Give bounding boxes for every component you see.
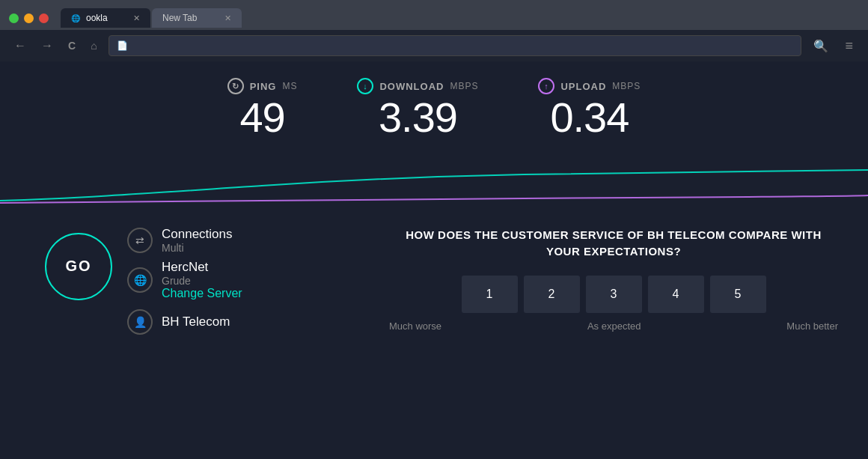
download-value: 3.39 xyxy=(379,94,457,141)
yellow-control[interactable] xyxy=(24,13,34,23)
tab-newtab[interactable]: New Tab ✕ xyxy=(152,8,242,28)
upload-icon: ↑ xyxy=(538,78,554,94)
server-info: ⇄ Connections Multi 🌐 HercNet Grude Chan… xyxy=(127,227,242,335)
tab-close[interactable]: ✕ xyxy=(133,13,140,23)
isp-label: BH Telecom xyxy=(162,314,230,329)
rating-1[interactable]: 1 xyxy=(462,276,518,313)
back-button[interactable]: ← xyxy=(10,37,30,54)
host-label: HercNet xyxy=(162,260,242,275)
reload-button[interactable]: C xyxy=(64,38,79,53)
red-control[interactable] xyxy=(39,13,49,23)
go-button[interactable]: GO xyxy=(45,233,112,300)
rating-2[interactable]: 2 xyxy=(524,276,580,313)
download-stat: ↓ DOWNLOAD Mbps 3.39 xyxy=(357,78,478,141)
browser-chrome: 🌐 ookla ✕ New Tab ✕ ← → C ⌂ 📄 🔍 ≡ xyxy=(0,0,868,61)
menu-button[interactable]: ≡ xyxy=(840,37,858,55)
download-icon: ↓ xyxy=(357,78,373,94)
rating-buttons: 1 2 3 4 5 xyxy=(389,276,838,313)
address-bar[interactable]: 📄 xyxy=(109,35,802,56)
survey-question: HOW DOES THE CUSTOMER SERVICE OF BH TELE… xyxy=(389,227,838,261)
bottom-section: GO ⇄ Connections Multi 🌐 HercNet Grude xyxy=(0,212,868,459)
rating-5[interactable]: 5 xyxy=(710,276,766,313)
wave-chart xyxy=(0,152,868,212)
connections-label: Connections xyxy=(162,227,233,242)
rating-4[interactable]: 4 xyxy=(648,276,704,313)
change-server-link[interactable]: Change Server xyxy=(162,287,242,300)
tab-icon: 🌐 xyxy=(71,14,80,22)
download-label: ↓ DOWNLOAD Mbps xyxy=(357,78,478,94)
forward-button[interactable]: → xyxy=(37,37,57,54)
green-control[interactable] xyxy=(9,13,19,23)
host-texts: HercNet Grude Change Server xyxy=(162,260,242,300)
title-bar: 🌐 ookla ✕ New Tab ✕ xyxy=(0,0,868,30)
rating-labels: Much worse As expected Much better xyxy=(389,320,838,332)
survey-panel: HOW DOES THE CUSTOMER SERVICE OF BH TELE… xyxy=(359,219,868,459)
main-content: ↻ PING ms 49 ↓ DOWNLOAD Mbps 3.39 ↑ UPLO… xyxy=(0,61,868,459)
stats-row: ↻ PING ms 49 ↓ DOWNLOAD Mbps 3.39 ↑ UPLO… xyxy=(0,61,868,148)
upload-label: ↑ UPLOAD Mbps xyxy=(538,78,641,94)
connections-texts: Connections Multi xyxy=(162,227,233,254)
ping-label: ↻ PING ms xyxy=(227,78,298,94)
ping-icon: ↻ xyxy=(227,78,244,94)
ping-value: 49 xyxy=(239,94,284,141)
ping-stat: ↻ PING ms 49 xyxy=(227,78,298,141)
label-as-expected: As expected xyxy=(587,320,641,332)
user-icon: 👤 xyxy=(127,309,153,335)
tab-close-2[interactable]: ✕ xyxy=(224,13,231,23)
search-button[interactable]: 🔍 xyxy=(809,37,833,55)
left-panel: GO ⇄ Connections Multi 🌐 HercNet Grude xyxy=(0,219,359,459)
page-icon: 📄 xyxy=(117,40,128,51)
rating-3[interactable]: 3 xyxy=(586,276,642,313)
isp-row: 👤 BH Telecom xyxy=(127,309,242,335)
tab-label: ookla xyxy=(86,13,108,23)
upload-stat: ↑ UPLOAD Mbps 0.34 xyxy=(538,78,641,141)
tab-ookla[interactable]: 🌐 ookla ✕ xyxy=(61,8,150,28)
connections-icon: ⇄ xyxy=(127,228,153,253)
upload-value: 0.34 xyxy=(550,94,629,141)
globe-icon: 🌐 xyxy=(127,267,153,293)
host-row: 🌐 HercNet Grude Change Server xyxy=(127,260,242,300)
host-location: Grude xyxy=(162,275,242,287)
label-much-worse: Much worse xyxy=(389,320,441,332)
tab-bar: 🌐 ookla ✕ New Tab ✕ xyxy=(61,8,859,28)
connections-row: ⇄ Connections Multi xyxy=(127,227,242,254)
tab-label: New Tab xyxy=(162,13,197,23)
label-much-better: Much better xyxy=(786,320,838,332)
connections-value: Multi xyxy=(162,242,233,254)
toolbar: ← → C ⌂ 📄 🔍 ≡ xyxy=(0,30,868,61)
window-controls xyxy=(9,13,49,23)
home-button[interactable]: ⌂ xyxy=(87,38,100,53)
